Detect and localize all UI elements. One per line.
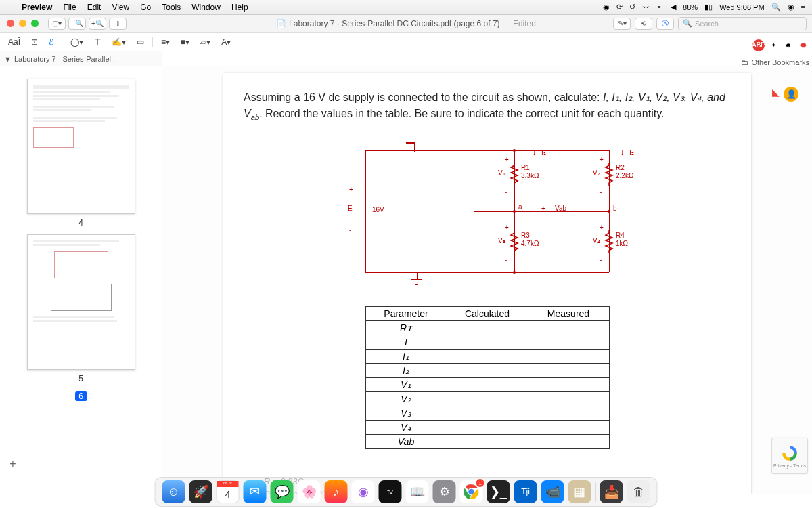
bookmark-flag-icon[interactable]: ◣	[772, 87, 780, 98]
doc-icon: 📄	[276, 19, 286, 28]
dock-teams[interactable]: Tji	[514, 480, 537, 503]
add-page-button[interactable]: +	[7, 458, 19, 470]
circuit-diagram: + E 16V - R1 3.3	[338, 137, 636, 286]
pdf-page: Assuming a 16 V dc supply is connected t…	[223, 73, 751, 494]
menu-help[interactable]: Help	[226, 3, 254, 12]
maximize-window[interactable]	[31, 20, 39, 27]
menu-file[interactable]: File	[58, 3, 81, 12]
app-name[interactable]: Preview	[16, 3, 58, 12]
page-thumb-4[interactable]	[27, 79, 135, 214]
macos-dock: ☺ 🚀 NOV 4 ✉ 💬 🌸 ♪ ◉ tv 📖 ⚙ 1 ❯_ Tji 📹 ▦ …	[155, 477, 658, 507]
dock-settings[interactable]: ⚙	[433, 480, 456, 503]
sign-tool[interactable]: ✍▾	[109, 36, 129, 48]
dock-launchpad[interactable]: 🚀	[189, 480, 212, 503]
macos-menubar: Preview File Edit View Go Tools Window H…	[0, 0, 812, 15]
zoom-in[interactable]: +🔍	[89, 18, 106, 30]
dock-podcasts[interactable]: ◉	[352, 480, 375, 503]
search-placeholder: Search	[695, 20, 719, 28]
results-table: Parameter Calculated Measured Rᴛ I I₁ I₂…	[365, 306, 610, 449]
menu-view[interactable]: View	[106, 3, 135, 12]
list-tool[interactable]: ≡▾	[158, 36, 173, 48]
dock-music[interactable]: ♪	[325, 480, 348, 503]
disclosure-icon[interactable]: ▼	[4, 55, 12, 63]
thumb-label-5: 5	[8, 374, 154, 383]
dock-photos[interactable]: 🌸	[298, 480, 321, 503]
scribble-icon[interactable]: 〰	[642, 3, 650, 12]
thumbnail-sidebar[interactable]: 4 5 6	[0, 66, 162, 494]
selection-tool[interactable]: ⊡	[28, 36, 41, 48]
col-parameter: Parameter	[365, 306, 447, 320]
markup-tool[interactable]: Ⓐ	[656, 18, 674, 30]
shapes-tool[interactable]: ▭	[134, 36, 147, 48]
face-icon[interactable]: ☻	[782, 39, 794, 51]
battery-icon[interactable]: ▮▯	[704, 3, 713, 12]
close-window[interactable]	[7, 20, 14, 27]
dock-books[interactable]: 📖	[406, 480, 429, 503]
menu-go[interactable]: Go	[135, 3, 156, 12]
sync-icon[interactable]: ⟳	[616, 3, 623, 12]
browser-extensions: ABP ✦ ☻ ⬣	[738, 33, 812, 58]
text-style[interactable]: AaĬ	[5, 36, 23, 48]
share-button[interactable]: ⇧	[109, 18, 127, 30]
thumb-label-4: 4	[8, 218, 154, 228]
dock-messages[interactable]: 💬	[271, 480, 294, 503]
search-icon: 🔍	[683, 19, 692, 28]
highlight-tool[interactable]: ✎▾	[613, 18, 631, 30]
menu-edit[interactable]: Edit	[82, 3, 107, 12]
rotate-tool[interactable]: ⟲	[635, 18, 652, 30]
sketch-tool[interactable]: ℰ	[46, 36, 56, 48]
profile-avatar[interactable]: 👤	[784, 87, 798, 102]
page-thumb-5[interactable]	[27, 234, 135, 370]
document-view[interactable]: Assuming a 16 V dc supply is connected t…	[162, 66, 812, 494]
wifi-icon[interactable]: ᯤ	[656, 3, 664, 12]
timemachine-icon[interactable]: ↺	[629, 3, 635, 12]
dock-terminal[interactable]: ❯_	[487, 480, 510, 503]
lasso-tool[interactable]: ◯▾	[68, 36, 86, 48]
dock-trash[interactable]: 🗑	[627, 480, 650, 503]
abp-icon[interactable]: ABP	[752, 39, 765, 51]
markup-toolbar: AaĬ ⊡ ℰ ◯▾ ⊤ ✍▾ ▭ ≡▾ ■▾ ▱▾ A▾	[0, 33, 812, 51]
window-title: Laboratory 7 - Series-Parallel DC Circui…	[289, 19, 499, 28]
menu-window[interactable]: Window	[186, 3, 226, 12]
font-tool[interactable]: A▾	[219, 36, 233, 48]
search-input[interactable]: 🔍 Search	[678, 17, 807, 30]
dock-tv[interactable]: tv	[379, 480, 402, 503]
menu-tools[interactable]: Tools	[156, 3, 186, 12]
stroke-tool[interactable]: ▱▾	[198, 36, 213, 48]
dock-multisim[interactable]: ▦	[568, 480, 591, 503]
dock-chrome[interactable]: 1	[460, 480, 483, 503]
dock-mail[interactable]: ✉	[244, 480, 267, 503]
window-titlebar: ▢▾ –🔍 +🔍 ⇧ 📄 Laboratory 7 - Series-Paral…	[0, 15, 812, 33]
puzzle-icon[interactable]: ✦	[767, 39, 780, 51]
dock-calendar[interactable]: NOV 4	[217, 480, 240, 503]
volume-icon[interactable]: ◀	[671, 3, 676, 12]
col-measured: Measured	[528, 306, 609, 320]
thumb-label-6: 6	[75, 391, 87, 401]
dock-zoom[interactable]: 📹	[541, 480, 564, 503]
spotlight-icon[interactable]: 🔍	[771, 3, 781, 12]
sidebar-doc-title: Laboratory 7 - Series-Parallel...	[14, 55, 117, 63]
dock-downloads[interactable]: 📥	[600, 480, 623, 503]
folder-icon: 🗀	[741, 58, 748, 66]
minimize-window[interactable]	[19, 20, 26, 27]
battery-pct: 88%	[683, 3, 698, 12]
sidebar-toggle[interactable]: ▢▾	[48, 18, 66, 30]
col-calculated: Calculated	[447, 306, 528, 320]
recaptcha-badge[interactable]: Privacy - Terms	[771, 438, 808, 474]
edited-indicator: — Edited	[503, 19, 536, 28]
camera-icon[interactable]: ◉	[603, 3, 610, 12]
siri-icon[interactable]: ◉	[788, 3, 794, 12]
other-bookmarks[interactable]: 🗀 Other Bookmarks	[741, 58, 809, 66]
dock-finder[interactable]: ☺	[162, 480, 185, 503]
fill-tool[interactable]: ■▾	[178, 36, 192, 48]
sidebar-header[interactable]: ▼ Laboratory 7 - Series-Parallel...	[0, 51, 162, 66]
clock[interactable]: Wed 9:06 PM	[719, 3, 764, 12]
text-tool[interactable]: ⊤	[91, 36, 104, 48]
question-prompt: Assuming a 16 V dc supply is connected t…	[244, 89, 731, 123]
shield-icon[interactable]: ⬣	[797, 39, 809, 51]
zoom-out[interactable]: –🔍	[68, 18, 86, 30]
notification-icon[interactable]: ≡	[801, 3, 805, 12]
